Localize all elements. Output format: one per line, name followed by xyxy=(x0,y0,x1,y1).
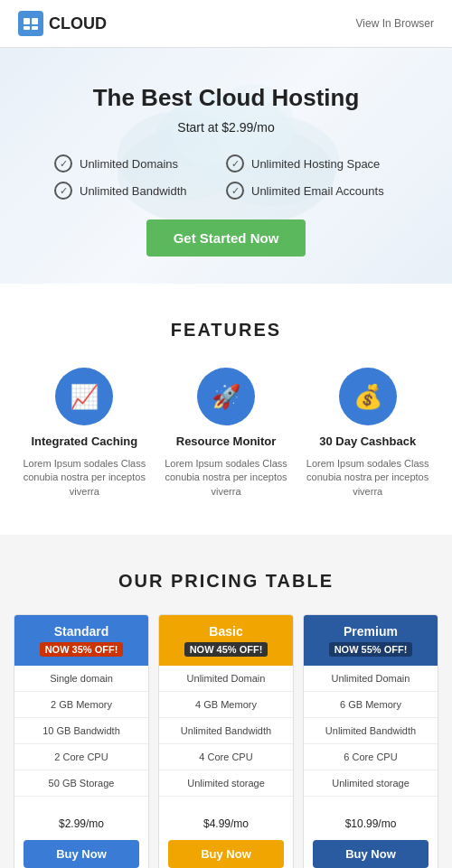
caching-icon: 📈 xyxy=(55,368,113,425)
hero-feature-3: ✓ Unlimited Bandwidth xyxy=(54,182,226,200)
features-section: FEATURES 📈 Integrated Caching Lorem Ipsu… xyxy=(0,284,452,535)
pricing-title: OUR PRICING TABLE xyxy=(14,571,438,592)
svg-rect-2 xyxy=(24,26,30,30)
view-in-browser-link[interactable]: View In Browser xyxy=(356,17,434,30)
plan-standard-price: $2.99/mo xyxy=(14,797,148,840)
plan-basic-header: Basic NOW 45% OFF! xyxy=(159,615,293,666)
plan-basic-name: Basic xyxy=(166,624,286,639)
plan-standard-header: Standard NOW 35% OFF! xyxy=(14,615,148,666)
svg-rect-1 xyxy=(32,18,38,24)
plan-standard-features: Single domain 2 GB Memory 10 GB Bandwidt… xyxy=(14,666,148,797)
hero-feature-2: ✓ Unlimited Hosting Space xyxy=(226,154,398,173)
standard-feature-3: 10 GB Bandwidth xyxy=(14,718,148,744)
plan-premium-discount: NOW 55% OFF! xyxy=(329,642,413,657)
header: CLOUD View In Browser xyxy=(0,0,452,48)
feature-item-3: 💰 30 Day Cashback Lorem Ipsum sodales Cl… xyxy=(301,368,434,499)
check-icon-4: ✓ xyxy=(226,182,244,200)
plan-standard: Standard NOW 35% OFF! Single domain 2 GB… xyxy=(14,614,149,868)
feature-item-2: 🚀 Resource Monitor Lorem Ipsum sodales C… xyxy=(160,368,293,499)
hero-feature-4: ✓ Unlimited Email Accounts xyxy=(226,182,398,200)
standard-feature-2: 2 GB Memory xyxy=(14,692,148,718)
plan-standard-name: Standard xyxy=(22,624,141,639)
logo-text: CLOUD xyxy=(49,14,107,33)
hero-features-list: ✓ Unlimited Domains ✓ Unlimited Hosting … xyxy=(54,154,398,200)
cta-button[interactable]: Get Started Now xyxy=(146,219,306,257)
logo-icon xyxy=(18,11,43,36)
standard-feature-5: 50 GB Storage xyxy=(14,770,148,797)
feature-title-3: 30 Day Cashback xyxy=(319,434,416,448)
standard-feature-4: 2 Core CPU xyxy=(14,744,148,770)
plan-standard-discount: NOW 35% OFF! xyxy=(40,642,124,657)
plan-premium-features: Unlimited Domain 6 GB Memory Unlimited B… xyxy=(304,666,438,797)
plan-premium: Premium NOW 55% OFF! Unlimited Domain 6 … xyxy=(303,614,438,868)
premium-feature-3: Unlimited Bandwidth xyxy=(304,718,438,744)
hero-price: Start at $2.99/mo xyxy=(27,116,425,136)
basic-feature-3: Unlimited Bandwidth xyxy=(159,718,293,744)
premium-feature-2: 6 GB Memory xyxy=(304,692,438,718)
plan-basic-features: Unlimited Domain 4 GB Memory Unlimited B… xyxy=(159,666,293,797)
hero-feature-1: ✓ Unlimited Domains xyxy=(54,154,226,173)
plan-basic: Basic NOW 45% OFF! Unlimited Domain 4 GB… xyxy=(158,614,294,868)
logo: CLOUD xyxy=(18,11,107,36)
premium-feature-5: Unlimited storage xyxy=(304,770,438,797)
pricing-table: Standard NOW 35% OFF! Single domain 2 GB… xyxy=(14,614,438,868)
feature-desc-2: Lorem Ipsum sodales Class conubia nostra… xyxy=(160,457,293,499)
plan-standard-arrow xyxy=(14,622,16,658)
svg-rect-0 xyxy=(24,18,30,24)
plan-basic-arrow xyxy=(158,622,161,658)
plan-premium-header: Premium NOW 55% OFF! xyxy=(304,615,438,666)
plan-basic-discount: NOW 45% OFF! xyxy=(184,642,268,657)
plan-premium-arrow xyxy=(303,622,306,658)
features-grid: 📈 Integrated Caching Lorem Ipsum sodales… xyxy=(18,368,434,499)
basic-buy-button[interactable]: Buy Now xyxy=(168,840,284,868)
feature-item-1: 📈 Integrated Caching Lorem Ipsum sodales… xyxy=(18,368,151,499)
plan-premium-price: $10.99/mo xyxy=(304,797,438,840)
monitor-icon: 🚀 xyxy=(197,368,255,425)
cashback-icon: 💰 xyxy=(339,368,397,425)
premium-buy-button[interactable]: Buy Now xyxy=(313,840,428,868)
check-icon-1: ✓ xyxy=(54,154,72,173)
feature-desc-3: Lorem Ipsum sodales Class conubia nostra… xyxy=(301,457,434,499)
basic-feature-5: Unlimited storage xyxy=(159,770,293,797)
feature-title-1: Integrated Caching xyxy=(31,434,137,448)
basic-feature-2: 4 GB Memory xyxy=(159,692,293,718)
check-icon-3: ✓ xyxy=(54,182,72,200)
pricing-section: OUR PRICING TABLE Standard NOW 35% OFF! … xyxy=(0,535,452,868)
basic-feature-1: Unlimited Domain xyxy=(159,666,293,692)
hero-section: The Best Cloud Hosting Start at $2.99/mo… xyxy=(0,48,452,284)
hero-title: The Best Cloud Hosting xyxy=(27,84,425,112)
premium-feature-1: Unlimited Domain xyxy=(304,666,438,692)
standard-buy-button[interactable]: Buy Now xyxy=(24,840,139,868)
feature-title-2: Resource Monitor xyxy=(176,434,277,448)
premium-feature-4: 6 Core CPU xyxy=(304,744,438,770)
features-title: FEATURES xyxy=(18,320,434,341)
check-icon-2: ✓ xyxy=(226,154,244,173)
feature-desc-1: Lorem Ipsum sodales Class conubia nostra… xyxy=(18,457,151,499)
standard-feature-1: Single domain xyxy=(14,666,148,692)
plan-basic-price: $4.99/mo xyxy=(159,797,293,840)
plan-premium-name: Premium xyxy=(311,624,430,639)
basic-feature-4: 4 Core CPU xyxy=(159,744,293,770)
svg-rect-3 xyxy=(32,26,38,30)
